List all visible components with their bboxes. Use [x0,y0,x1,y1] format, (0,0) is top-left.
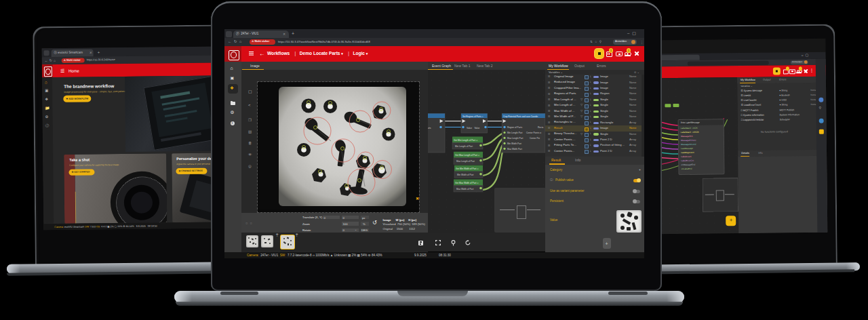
svg-text:Max Width of Part: Max Width of Part [456,188,473,191]
svg-text:Max Length of Part: Max Length of Part [456,160,475,163]
svg-text:Min Width Part: Min Width Part [507,142,521,145]
svg-text:Max Lenght Part: Max Lenght Part [507,137,524,140]
svg-text:Min Length of Part: Min Length of Part [455,145,473,148]
svg-text:Region of Parts: Region of Parts [507,126,522,129]
svg-text:Crop Potential Parts and save: Crop Potential Parts and save Coordin [503,115,538,118]
svg-text:Max Width Part: Max Width Part [507,148,522,151]
svg-text:n of Parts: n of Parts [428,127,431,129]
svg-text:Center Poi: Center Poi [530,137,540,140]
svg-text:Min Width of Part: Min Width of Part [457,174,474,176]
svg-text:Recta: Recta [538,126,544,129]
svg-text:Value Value: Value Value [467,127,480,129]
svg-text:Get Min Length of Part ∞: Get Min Length of Part ∞ [454,139,478,142]
svg-text:Center Points o: Center Points o [526,132,541,134]
svg-text:Get Min Width of Part ∞: Get Min Width of Part ∞ [456,167,479,170]
svg-text:Get Max Width of Part ∞: Get Max Width of Part ∞ [455,182,479,184]
svg-text:Get Max Length of Part ∞: Get Max Length of Part ∞ [455,154,480,157]
svg-text:Min Lenght Part: Min Lenght Part [507,132,523,134]
svg-text:Set Regions of Parts ∞: Set Regions of Parts ∞ [462,115,484,118]
